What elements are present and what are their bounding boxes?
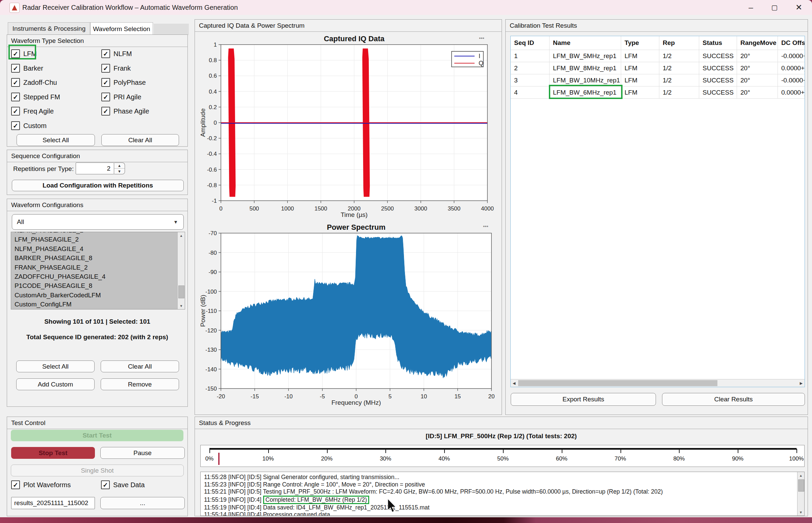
gauge-tick — [327, 449, 328, 453]
checkbox-label: Zadoff-Chu — [23, 79, 57, 87]
window-title: Radar Receiver Calibration Workflow – Au… — [22, 4, 238, 12]
scroll-up-icon[interactable]: ▲ — [178, 232, 185, 239]
table-horizontal-scrollbar[interactable]: ◀ ▶ — [511, 379, 805, 387]
log-vertical-scrollbar[interactable]: ▲ ▼ — [797, 472, 804, 516]
list-item[interactable]: BARKER_PHASEAGILE_8 — [11, 253, 178, 263]
svg-text:Frequency (MHz): Frequency (MHz) — [331, 399, 381, 406]
scroll-down-icon[interactable]: ▼ — [178, 302, 185, 309]
desktop-taskbar-strip — [0, 517, 812, 523]
table-row[interactable]: 4LFM_BW_6MHz_rep1LFM1/2SUCCESS20°0.0000+… — [511, 87, 805, 98]
results-filename-input[interactable] — [11, 497, 95, 509]
table-row[interactable]: 3LFM_BW_10MHz_rep1LFM1/2SUCCESS20°-0.000… — [511, 74, 805, 87]
start-test-button[interactable]: Start Test — [11, 430, 183, 441]
config-filter-dropdown[interactable]: All ▼ — [12, 214, 184, 230]
load-configuration-button[interactable]: Load Configuration with Repetitions — [12, 180, 184, 191]
pause-button[interactable]: Pause — [100, 447, 185, 459]
list-item[interactable]: NLFM_PHASEAGILE_4 — [11, 244, 178, 253]
remove-button[interactable]: Remove — [101, 378, 179, 390]
list-item[interactable]: ZADOFFCHU_PHASEAGILE_4 — [11, 272, 178, 281]
svg-text:-5: -5 — [320, 393, 325, 400]
waveform-config-list: NLFM_PHASEAGILE_2LFM_PHASEAGILE_2NLFM_PH… — [11, 232, 178, 309]
svg-text:Amplitude: Amplitude — [199, 108, 206, 137]
column-header: DC Offset — [778, 36, 805, 50]
gauge-tick-label: 0% — [205, 455, 214, 462]
single-shot-button[interactable]: Single Shot — [11, 465, 184, 476]
add-custom-button[interactable]: Add Custom — [16, 378, 95, 390]
checkbox-stepped-fm[interactable]: ✓Stepped FM — [11, 93, 60, 101]
checkbox-barker[interactable]: ✓Barker — [11, 64, 43, 73]
matlab-logo-icon — [12, 5, 17, 11]
list-item[interactable]: CustomArb_BarkerCodedLFM — [11, 291, 178, 300]
checkbox-zadoff-chu[interactable]: ✓Zadoff-Chu — [11, 78, 57, 87]
list-item[interactable]: Custom_ConfigLFM — [11, 300, 178, 309]
tab-waveform-selection[interactable]: Waveform Selection — [90, 22, 153, 36]
table-cell: SUCCESS — [699, 50, 737, 62]
checkbox-label: Stepped FM — [23, 93, 60, 101]
log-line: 11:55:19 [INFO] [ID:4] Data saved: ID4_L… — [201, 504, 804, 511]
checkbox-custom[interactable]: ✓Custom — [11, 121, 47, 130]
plot-waveforms-checkbox[interactable]: ✓ Plot Waveforms — [11, 481, 71, 489]
table-cell: 1/2 — [659, 62, 699, 74]
svg-text:0.4: 0.4 — [209, 89, 217, 95]
clear-results-button[interactable]: Clear Results — [662, 393, 805, 406]
table-cell: SUCCESS — [699, 74, 737, 86]
list-scrollbar-thumb[interactable] — [178, 286, 184, 298]
log-scrollbar-thumb[interactable] — [798, 480, 804, 491]
svg-text:-0.2: -0.2 — [207, 135, 217, 142]
repetitions-input[interactable] — [76, 163, 114, 174]
checkmark-icon: ✓ — [102, 78, 110, 87]
hscroll-thumb[interactable] — [518, 380, 717, 386]
checkbox-label: LFM — [23, 50, 37, 58]
list-item[interactable]: LFM_PHASEAGILE_2 — [11, 235, 178, 244]
svg-text:Q: Q — [479, 60, 483, 67]
minimize-button[interactable]: – — [743, 1, 759, 14]
maximize-button[interactable]: ▢ — [767, 1, 782, 14]
list-item[interactable]: FRANK_PHASEAGILE_2 — [11, 263, 178, 272]
list-item-partial[interactable]: NLFM_PHASEAGILE_2 — [11, 232, 178, 235]
gauge-tick-label: 30% — [380, 455, 391, 462]
checkbox-polyphase[interactable]: ✓PolyPhase — [102, 78, 146, 87]
scroll-right-icon[interactable]: ▶ — [798, 379, 805, 387]
scroll-left-icon[interactable]: ◀ — [511, 379, 517, 387]
stepper-down-icon[interactable]: ▼ — [114, 168, 125, 174]
table-row[interactable]: 2LFM_BW_8MHz_rep1LFM1/2SUCCESS20°0.0000+… — [511, 62, 805, 74]
checkbox-pri-agile[interactable]: ✓PRI Agile — [102, 93, 141, 101]
browse-button[interactable]: ... — [100, 497, 185, 509]
status-log[interactable]: 11:55:28 [INFO] [ID:5] Signal Generator … — [200, 472, 805, 516]
repetitions-stepper[interactable]: ▲ ▼ — [114, 163, 125, 174]
tab-instruments-processing[interactable]: Instruments & Processing — [8, 22, 90, 35]
stop-test-button[interactable]: Stop Test — [11, 447, 95, 459]
checkbox-freq-agile[interactable]: ✓Freq Agile — [11, 107, 54, 115]
log-line: 11:55:19 [INFO] [ID:4] Completed: LFM_BW… — [201, 495, 804, 504]
list-item[interactable]: P1CODE_PHASEAGILE_8 — [11, 281, 178, 290]
checkbox-frank[interactable]: ✓Frank — [102, 64, 131, 73]
close-button[interactable]: ✕ — [791, 1, 807, 14]
stepper-up-icon[interactable]: ▲ — [114, 163, 125, 168]
checkmark-icon: ✓ — [102, 107, 110, 115]
export-results-button[interactable]: Export Results — [511, 393, 656, 406]
svg-text:15: 15 — [454, 393, 461, 400]
checkbox-label: PolyPhase — [113, 79, 146, 87]
scroll-up-icon[interactable]: ▲ — [797, 472, 804, 479]
configs-select-all-button[interactable]: Select All — [16, 360, 95, 372]
svg-text:-0.8: -0.8 — [207, 182, 217, 188]
checkbox-lfm[interactable]: ✓LFM — [11, 49, 37, 58]
checkbox-phase-agile[interactable]: ✓Phase Agile — [102, 107, 149, 115]
list-vertical-scrollbar[interactable]: ▲ ▼ — [177, 232, 185, 309]
checkbox-label: Custom — [23, 122, 47, 130]
checkbox-nlfm[interactable]: ✓NLFM — [102, 49, 132, 58]
svg-text:1: 1 — [214, 41, 217, 48]
table-row[interactable]: 1LFM_BW_5MHz_rep1LFM1/2SUCCESS20°-0.0000… — [511, 50, 805, 62]
log-lines: 11:55:28 [INFO] [ID:5] Signal Generator … — [201, 472, 804, 516]
types-select-all-button[interactable]: Select All — [17, 134, 95, 146]
types-clear-all-button[interactable]: Clear All — [102, 134, 179, 146]
gauge-tick — [385, 449, 386, 453]
checkbox-label: Barker — [23, 65, 43, 72]
results-panel-title: Calibration Test Results — [506, 20, 808, 32]
scroll-down-icon[interactable]: ▼ — [797, 509, 804, 516]
save-data-checkbox[interactable]: ✓ Save Data — [101, 481, 145, 489]
column-header: RangeMove — [737, 36, 778, 50]
waveform-config-listbox[interactable]: NLFM_PHASEAGILE_2LFM_PHASEAGILE_2NLFM_PH… — [11, 232, 185, 309]
svg-text:•••: ••• — [483, 223, 488, 229]
configs-clear-all-button[interactable]: Clear All — [101, 360, 179, 372]
